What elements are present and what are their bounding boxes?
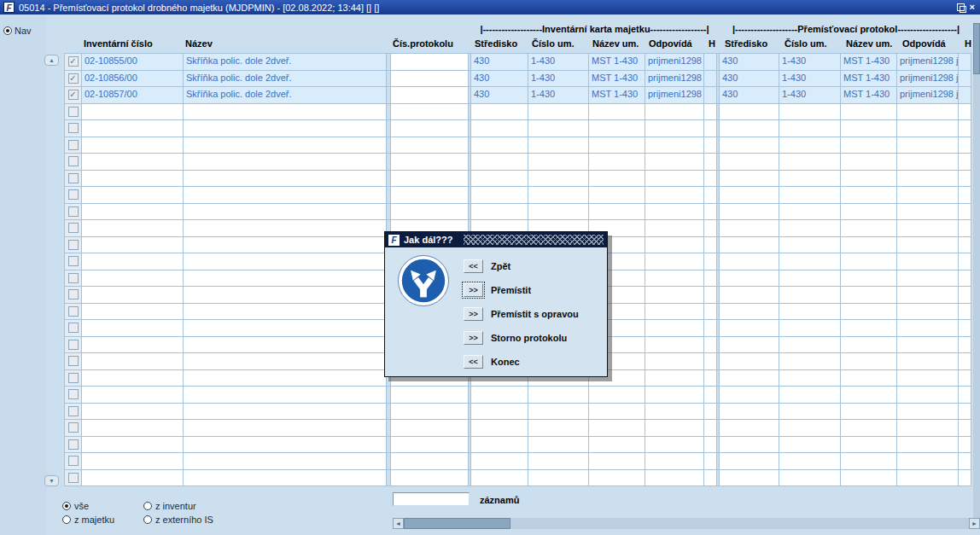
cell-odp2: [897, 353, 958, 369]
row-checkbox[interactable]: ✓: [68, 90, 79, 100]
cell-str2: [720, 387, 779, 403]
row-checkbox[interactable]: [68, 173, 79, 183]
row-checkbox[interactable]: [68, 356, 79, 366]
row-checkbox[interactable]: [68, 273, 79, 283]
table-row[interactable]: [65, 120, 971, 137]
scroll-left-icon[interactable]: ◄: [393, 518, 404, 529]
column-gap: [717, 270, 719, 287]
cell-h1: [704, 404, 716, 420]
row-checkbox[interactable]: [68, 123, 79, 133]
table-row[interactable]: [65, 137, 971, 154]
cell-h2: [959, 387, 971, 403]
scroll-down-button[interactable]: ▼: [44, 475, 59, 486]
table-row[interactable]: [65, 453, 971, 469]
vertical-scrollbar[interactable]: [973, 23, 980, 518]
restore-icon[interactable]: [957, 3, 965, 11]
column-gap: [469, 404, 470, 420]
cell-prot: [391, 54, 468, 70]
radio-vše[interactable]: vše: [62, 501, 143, 511]
table-row[interactable]: [65, 387, 971, 403]
dialog-button-přemístit[interactable]: >>: [464, 283, 483, 297]
row-checkbox[interactable]: [68, 456, 79, 466]
row-checkbox[interactable]: [68, 140, 79, 150]
vscroll-thumb[interactable]: [973, 23, 980, 74]
table-row[interactable]: [65, 187, 971, 203]
cell-naz2: [841, 387, 896, 403]
row-checkbox[interactable]: [68, 389, 79, 399]
row-checkbox[interactable]: [68, 422, 79, 433]
table-row[interactable]: [65, 470, 971, 486]
row-checkbox[interactable]: [68, 256, 79, 266]
cell-odp2: [897, 253, 958, 270]
cell-h2: [959, 320, 971, 336]
cell-odp1: [645, 320, 703, 336]
dialog-button-zpět[interactable]: <<: [464, 259, 483, 273]
cell-h1: [704, 237, 716, 253]
close-icon[interactable]: ×: [970, 3, 975, 12]
hscroll-track[interactable]: [404, 518, 969, 529]
cell-str1: 430: [471, 71, 528, 87]
cell-inv: [82, 453, 183, 469]
dialog-button-konec[interactable]: <<: [464, 355, 483, 369]
radio-z-externího-is[interactable]: z externího IS: [143, 515, 213, 525]
dialog-button-row: >>Storno protokolu: [464, 330, 579, 345]
cell-prot: [391, 453, 468, 469]
row-checkbox[interactable]: [68, 107, 79, 117]
cell-cis2: [779, 320, 840, 336]
dialog-button-přemístit-s-opravou[interactable]: >>: [464, 307, 483, 321]
row-checkbox[interactable]: [68, 323, 79, 333]
row-checkbox[interactable]: [68, 206, 79, 217]
checkbox-cell: [65, 420, 81, 436]
checkbox-cell: [65, 287, 81, 303]
table-row[interactable]: [65, 437, 971, 453]
row-checkbox[interactable]: ✓: [68, 56, 79, 67]
cell-prot: [391, 187, 468, 203]
table-row[interactable]: [65, 154, 971, 170]
radio-circle-icon: [143, 502, 152, 510]
row-checkbox[interactable]: [68, 340, 79, 350]
row-checkbox[interactable]: [68, 306, 79, 317]
radio-z-inventur[interactable]: z inventur: [143, 501, 213, 511]
dialog-body: <<Zpět>>Přemístit>>Přemístit s opravou>>…: [385, 247, 607, 378]
dialog-button-storno-protokolu[interactable]: >>: [464, 331, 483, 345]
column-gap: [717, 437, 719, 453]
row-checkbox[interactable]: [68, 439, 79, 450]
checkbox-cell: [65, 154, 81, 170]
row-checkbox[interactable]: [68, 473, 79, 483]
cell-inv: [82, 353, 183, 369]
cell-h1: [704, 320, 716, 336]
cell-odp1: [645, 304, 703, 320]
horizontal-scrollbar[interactable]: ◄ ►: [393, 518, 980, 529]
row-checkbox[interactable]: [68, 406, 79, 416]
table-row[interactable]: [65, 204, 971, 220]
table-row[interactable]: [65, 420, 971, 436]
row-checkbox[interactable]: [68, 373, 79, 383]
records-count-input[interactable]: [393, 492, 470, 506]
nav-radio-item[interactable]: Nav: [3, 26, 47, 36]
row-checkbox[interactable]: [68, 223, 79, 233]
cell-inv: [82, 337, 183, 353]
cell-naz2: [841, 437, 896, 453]
table-row[interactable]: ✓02-10855/00Skříňka polic. dole 2dveř.43…: [65, 54, 971, 70]
table-row[interactable]: ✓02-10857/00Skříňka polic. dole 2dveř.43…: [65, 87, 971, 103]
column-header-odp1: Odpovídá: [647, 36, 705, 52]
cell-naz2: [841, 137, 896, 154]
row-checkbox[interactable]: [68, 156, 79, 166]
column-gap: [387, 120, 390, 137]
scroll-right-icon[interactable]: ►: [969, 518, 980, 529]
cell-prot: [391, 387, 468, 403]
row-checkbox[interactable]: [68, 289, 79, 299]
row-checkbox[interactable]: ✓: [68, 73, 79, 84]
table-row[interactable]: ✓02-10856/00Skříňka polic. dole 2dveř.43…: [65, 71, 971, 87]
table-row[interactable]: [65, 171, 971, 187]
row-checkbox[interactable]: [68, 240, 79, 250]
cell-inv: [82, 187, 183, 203]
scroll-up-button[interactable]: ▲: [44, 55, 59, 66]
radio-z-majetku[interactable]: z majetku: [62, 515, 143, 525]
table-row[interactable]: [65, 404, 971, 420]
row-checkbox[interactable]: [68, 189, 79, 200]
dialog-button-label: Konec: [491, 357, 520, 367]
hscroll-thumb[interactable]: [404, 518, 510, 529]
table-row[interactable]: [65, 104, 971, 120]
cell-h1: [704, 120, 716, 137]
